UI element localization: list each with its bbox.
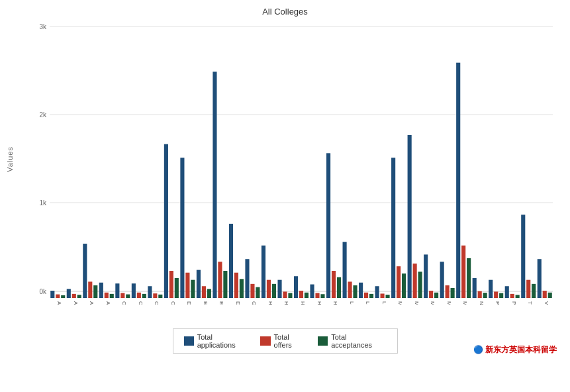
svg-rect-118 — [499, 293, 503, 298]
svg-rect-74 — [320, 294, 324, 298]
svg-text:Medicine (Graduate course): Medicine (Graduate course) — [430, 301, 436, 305]
svg-rect-29 — [137, 293, 141, 298]
svg-rect-89 — [381, 293, 385, 298]
svg-text:History of Art: History of Art — [316, 301, 322, 305]
legend-item-offers: Total offers — [260, 333, 307, 349]
svg-text:0k: 0k — [39, 288, 47, 295]
legend-item-applications: Total applications — [184, 333, 250, 349]
svg-rect-8 — [50, 291, 54, 298]
svg-text:Classics (4 years): Classics (4 years) — [154, 301, 160, 305]
svg-text:Economics: Economics — [186, 301, 192, 305]
svg-rect-113 — [478, 291, 482, 298]
chart-container: All Colleges Values 3k 2k 1k 0k — [0, 0, 570, 392]
svg-rect-34 — [158, 295, 162, 298]
svg-rect-66 — [288, 293, 292, 298]
svg-text:Classics: Classics — [138, 301, 144, 305]
svg-rect-114 — [483, 293, 487, 298]
svg-text:Land Economy: Land Economy — [349, 301, 355, 305]
svg-rect-129 — [543, 291, 547, 298]
svg-text:Linguistics: Linguistics — [381, 301, 387, 305]
legend-label-offers: Total offers — [274, 333, 308, 349]
svg-rect-73 — [315, 293, 319, 298]
svg-text:Law: Law — [365, 301, 371, 305]
svg-rect-69 — [299, 291, 303, 298]
svg-rect-9 — [56, 295, 60, 298]
legend-label-applications: Total applications — [197, 333, 250, 349]
svg-text:Education: Education — [203, 301, 209, 305]
svg-rect-117 — [494, 291, 498, 298]
svg-rect-85 — [364, 293, 368, 298]
svg-rect-121 — [510, 294, 514, 298]
svg-rect-130 — [548, 293, 552, 298]
svg-text:Veterinary Medicine: Veterinary Medicine — [544, 301, 549, 305]
svg-rect-21 — [105, 293, 109, 298]
legend-item-acceptances: Total acceptances — [318, 333, 386, 349]
svg-text:History and Politics: History and Politics — [300, 301, 306, 305]
svg-rect-10 — [61, 295, 65, 298]
svg-text:English: English — [235, 301, 241, 305]
svg-text:Chemical Engineering and Biote: Chemical Engineering and Biotechnology — [121, 301, 127, 305]
svg-text:Medicine: Medicine — [414, 301, 420, 305]
svg-text:Theology, Religion and Philoso: Theology, Religion and Philosophy of Rel… — [527, 301, 533, 305]
svg-text:History and Modern Languages: History and Modern Languages — [283, 301, 289, 305]
watermark: 🔵 新东方英国本科留学 — [473, 344, 557, 356]
svg-rect-13 — [72, 294, 76, 298]
svg-rect-33 — [153, 293, 157, 298]
acceptances-swatch — [318, 336, 328, 346]
svg-rect-26 — [126, 295, 130, 298]
svg-rect-70 — [305, 293, 309, 298]
applications-swatch — [184, 336, 194, 346]
svg-rect-101 — [429, 291, 433, 298]
svg-text:Computer Science: Computer Science — [170, 301, 176, 305]
svg-rect-25 — [120, 293, 124, 298]
svg-rect-30 — [142, 294, 146, 298]
svg-text:Archaeology: Archaeology — [73, 301, 79, 305]
svg-rect-122 — [516, 295, 520, 298]
offers-swatch — [260, 336, 270, 346]
svg-text:Modern and Medieval Languages: Modern and Medieval Languages — [446, 301, 452, 305]
y-axis-label: Values — [6, 146, 14, 172]
svg-text:Asian and Middle Eastern Studi: Asian and Middle Eastern Studies — [105, 301, 111, 305]
svg-text:Music: Music — [462, 301, 468, 305]
legend-label-acceptances: Total acceptances — [331, 333, 386, 349]
svg-rect-102 — [434, 293, 438, 298]
svg-text:Engineering: Engineering — [218, 301, 224, 305]
svg-text:Geography: Geography — [251, 301, 257, 305]
svg-rect-90 — [385, 295, 389, 298]
svg-rect-22 — [110, 294, 114, 298]
svg-text:Architecture: Architecture — [89, 301, 95, 305]
svg-rect-86 — [369, 294, 373, 298]
svg-text:Human, Social, and Political S: Human, Social, and Political Sciences — [332, 301, 338, 305]
chart-title: All Colleges — [0, 0, 570, 20]
legend: Total applications Total offers Total ac… — [173, 328, 398, 354]
svg-text:Natural Sciences: Natural Sciences — [479, 301, 485, 305]
svg-text:Anglo-Saxon, Norse, and Celtic: Anglo-Saxon, Norse, and Celtic — [56, 301, 62, 305]
svg-text:Philosophy: Philosophy — [495, 301, 500, 305]
svg-rect-14 — [77, 295, 81, 298]
svg-text:History: History — [267, 301, 273, 305]
svg-text:2k: 2k — [39, 111, 47, 119]
svg-text:Psychological and Behavioural : Psychological and Behavioural Sciences — [511, 301, 517, 305]
svg-text:Mathematics: Mathematics — [397, 301, 403, 305]
svg-text:1k: 1k — [39, 199, 47, 207]
svg-rect-65 — [283, 291, 287, 298]
svg-text:3k: 3k — [39, 23, 47, 30]
